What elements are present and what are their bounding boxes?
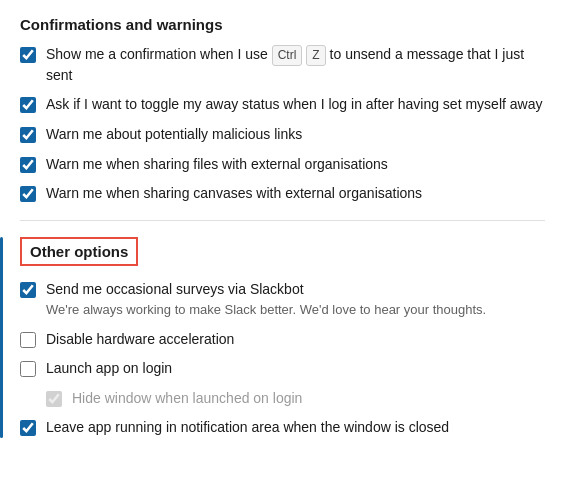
unsend-confirm-label[interactable]: Show me a confirmation when I use Ctrl Z… [46,45,545,85]
left-accent-bar [0,237,3,438]
list-item: Leave app running in notification area w… [20,418,545,438]
z-key: Z [306,45,325,66]
list-item: Ask if I want to toggle my away status w… [20,95,545,115]
surveys-label[interactable]: Send me occasional surveys via Slackbot … [46,280,486,320]
hw-accel-checkbox[interactable] [20,332,36,348]
surveys-description: We're always working to make Slack bette… [46,301,486,319]
unsend-confirm-checkbox[interactable] [20,47,36,63]
ctrl-key: Ctrl [272,45,303,66]
keyboard-shortcut: Ctrl Z [272,45,326,66]
sharing-canvases-label[interactable]: Warn me when sharing canvases with exter… [46,184,422,204]
list-item: Send me occasional surveys via Slackbot … [20,280,545,320]
leave-running-checkbox[interactable] [20,420,36,436]
list-item: Warn me when sharing canvases with exter… [20,184,545,204]
sharing-files-checkbox[interactable] [20,157,36,173]
list-item: Launch app on login [20,359,545,379]
list-item: Show me a confirmation when I use Ctrl Z… [20,45,545,85]
other-options-section: Other options Send me occasional surveys… [20,237,545,438]
hw-accel-label[interactable]: Disable hardware acceleration [46,330,234,350]
malicious-links-label[interactable]: Warn me about potentially malicious link… [46,125,302,145]
list-item: Hide window when launched on login [46,389,545,409]
section-divider [20,220,545,221]
launch-login-checkbox[interactable] [20,361,36,377]
leave-running-label[interactable]: Leave app running in notification area w… [46,418,449,438]
sharing-files-label[interactable]: Warn me when sharing files with external… [46,155,388,175]
confirmations-section: Confirmations and warnings Show me a con… [20,16,545,204]
list-item: Warn me when sharing files with external… [20,155,545,175]
hide-window-label[interactable]: Hide window when launched on login [72,389,302,409]
list-item: Disable hardware acceleration [20,330,545,350]
hide-window-checkbox[interactable] [46,391,62,407]
surveys-checkbox[interactable] [20,282,36,298]
malicious-links-checkbox[interactable] [20,127,36,143]
away-status-checkbox[interactable] [20,97,36,113]
launch-login-label[interactable]: Launch app on login [46,359,172,379]
away-status-label[interactable]: Ask if I want to toggle my away status w… [46,95,542,115]
list-item: Warn me about potentially malicious link… [20,125,545,145]
sharing-canvases-checkbox[interactable] [20,186,36,202]
other-options-title: Other options [20,237,138,266]
confirmations-title: Confirmations and warnings [20,16,545,33]
